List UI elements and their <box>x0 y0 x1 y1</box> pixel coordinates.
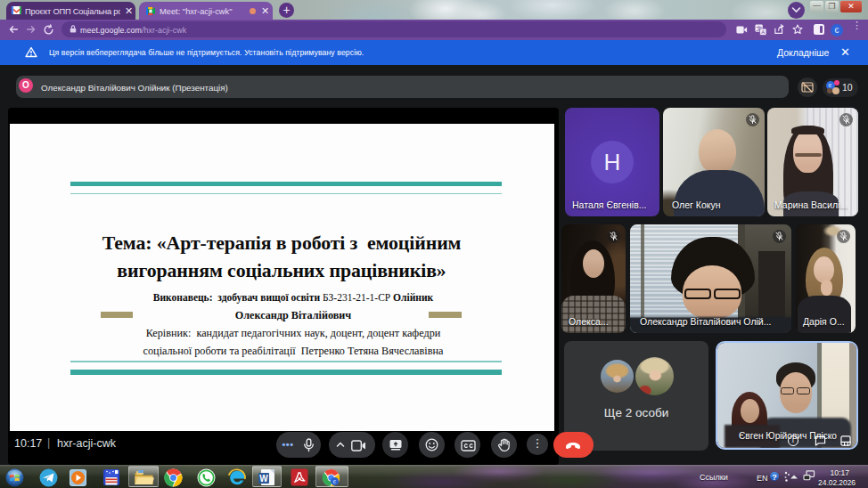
svg-text:W: W <box>259 474 268 484</box>
svg-text:A: A <box>761 29 765 35</box>
